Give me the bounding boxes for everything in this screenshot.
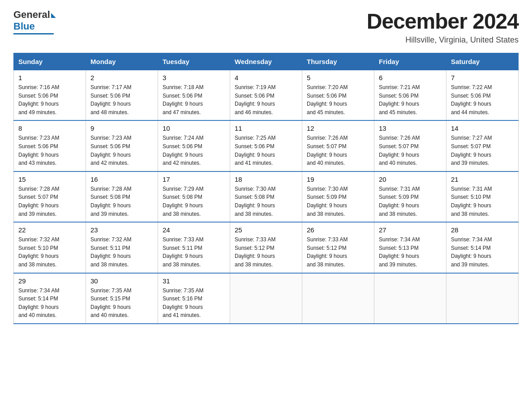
day-number: 8	[18, 124, 81, 132]
day-sun-info: Sunrise: 7:24 AMSunset: 5:06 PMDaylight:…	[163, 134, 225, 167]
calendar-day-cell: 23Sunrise: 7:32 AMSunset: 5:11 PMDayligh…	[86, 222, 158, 273]
calendar-day-cell: 15Sunrise: 7:28 AMSunset: 5:07 PMDayligh…	[14, 171, 86, 222]
calendar-day-cell: 19Sunrise: 7:30 AMSunset: 5:09 PMDayligh…	[302, 171, 374, 222]
day-sun-info: Sunrise: 7:31 AMSunset: 5:09 PMDaylight:…	[379, 185, 442, 218]
page-header: General Blue December 2024 Hillsville, V…	[13, 9, 519, 45]
day-number: 28	[451, 226, 514, 234]
calendar-day-cell: 22Sunrise: 7:32 AMSunset: 5:10 PMDayligh…	[14, 222, 86, 273]
day-of-week-header: Friday	[374, 53, 446, 70]
day-sun-info: Sunrise: 7:23 AMSunset: 5:06 PMDaylight:…	[90, 134, 153, 167]
calendar-day-cell: 16Sunrise: 7:28 AMSunset: 5:08 PMDayligh…	[86, 171, 158, 222]
day-of-week-header: Thursday	[302, 53, 374, 70]
day-of-week-header: Saturday	[446, 53, 519, 70]
day-number: 25	[235, 226, 297, 234]
day-number: 23	[90, 226, 153, 234]
day-number: 12	[307, 124, 369, 132]
calendar-day-cell: 30Sunrise: 7:35 AMSunset: 5:15 PMDayligh…	[86, 273, 158, 324]
calendar-day-cell: 2Sunrise: 7:17 AMSunset: 5:06 PMDaylight…	[86, 70, 158, 121]
logo: General Blue	[13, 9, 56, 34]
calendar-day-cell: 7Sunrise: 7:22 AMSunset: 5:06 PMDaylight…	[446, 70, 519, 121]
day-sun-info: Sunrise: 7:32 AMSunset: 5:10 PMDaylight:…	[18, 235, 81, 269]
day-sun-info: Sunrise: 7:19 AMSunset: 5:06 PMDaylight:…	[235, 83, 297, 116]
day-sun-info: Sunrise: 7:20 AMSunset: 5:06 PMDaylight:…	[307, 83, 369, 116]
day-number: 19	[307, 176, 369, 183]
calendar-day-cell: 1Sunrise: 7:16 AMSunset: 5:06 PMDaylight…	[14, 70, 86, 121]
day-number: 7	[451, 74, 514, 81]
day-sun-info: Sunrise: 7:18 AMSunset: 5:06 PMDaylight:…	[163, 83, 225, 116]
day-sun-info: Sunrise: 7:33 AMSunset: 5:11 PMDaylight:…	[163, 235, 225, 269]
calendar-week-row: 29Sunrise: 7:34 AMSunset: 5:14 PMDayligh…	[14, 273, 519, 324]
day-number: 17	[163, 176, 225, 183]
day-number: 9	[90, 124, 153, 132]
calendar-day-cell	[446, 273, 519, 324]
day-sun-info: Sunrise: 7:30 AMSunset: 5:08 PMDaylight:…	[235, 185, 297, 218]
calendar-day-cell	[230, 273, 302, 324]
day-sun-info: Sunrise: 7:35 AMSunset: 5:16 PMDaylight:…	[163, 287, 225, 320]
day-of-week-header: Wednesday	[230, 53, 302, 70]
day-of-week-header: Monday	[86, 53, 158, 70]
day-sun-info: Sunrise: 7:31 AMSunset: 5:10 PMDaylight:…	[451, 185, 514, 218]
day-number: 5	[307, 74, 369, 81]
day-sun-info: Sunrise: 7:17 AMSunset: 5:06 PMDaylight:…	[90, 83, 153, 116]
day-sun-info: Sunrise: 7:26 AMSunset: 5:07 PMDaylight:…	[379, 134, 442, 167]
day-number: 21	[451, 176, 514, 183]
calendar-day-cell	[374, 273, 446, 324]
day-sun-info: Sunrise: 7:16 AMSunset: 5:06 PMDaylight:…	[18, 83, 81, 116]
calendar-day-cell: 14Sunrise: 7:27 AMSunset: 5:07 PMDayligh…	[446, 120, 519, 171]
calendar-day-cell: 29Sunrise: 7:34 AMSunset: 5:14 PMDayligh…	[14, 273, 86, 324]
calendar-day-cell: 28Sunrise: 7:34 AMSunset: 5:14 PMDayligh…	[446, 222, 519, 273]
day-number: 30	[90, 277, 153, 285]
day-number: 31	[163, 277, 225, 285]
day-sun-info: Sunrise: 7:29 AMSunset: 5:08 PMDaylight:…	[163, 185, 225, 218]
day-number: 4	[235, 74, 297, 81]
calendar-day-cell: 27Sunrise: 7:34 AMSunset: 5:13 PMDayligh…	[374, 222, 446, 273]
calendar-day-cell: 3Sunrise: 7:18 AMSunset: 5:06 PMDaylight…	[158, 70, 230, 121]
day-sun-info: Sunrise: 7:35 AMSunset: 5:15 PMDaylight:…	[90, 287, 153, 320]
day-number: 16	[90, 176, 153, 183]
calendar-day-cell: 24Sunrise: 7:33 AMSunset: 5:11 PMDayligh…	[158, 222, 230, 273]
calendar-day-cell: 5Sunrise: 7:20 AMSunset: 5:06 PMDaylight…	[302, 70, 374, 121]
day-sun-info: Sunrise: 7:22 AMSunset: 5:06 PMDaylight:…	[451, 83, 514, 116]
calendar-week-row: 22Sunrise: 7:32 AMSunset: 5:10 PMDayligh…	[14, 222, 519, 273]
calendar-day-cell: 8Sunrise: 7:23 AMSunset: 5:06 PMDaylight…	[14, 120, 86, 171]
day-sun-info: Sunrise: 7:27 AMSunset: 5:07 PMDaylight:…	[451, 134, 514, 167]
day-sun-info: Sunrise: 7:25 AMSunset: 5:06 PMDaylight:…	[235, 134, 297, 167]
logo-blue-text: Blue	[13, 21, 35, 32]
day-sun-info: Sunrise: 7:32 AMSunset: 5:11 PMDaylight:…	[90, 235, 153, 269]
calendar-day-cell: 17Sunrise: 7:29 AMSunset: 5:08 PMDayligh…	[158, 171, 230, 222]
day-number: 13	[379, 124, 442, 132]
day-sun-info: Sunrise: 7:26 AMSunset: 5:07 PMDaylight:…	[307, 134, 369, 167]
day-sun-info: Sunrise: 7:28 AMSunset: 5:08 PMDaylight:…	[90, 185, 153, 218]
location-subtitle: Hillsville, Virginia, United States	[367, 35, 519, 45]
day-sun-info: Sunrise: 7:34 AMSunset: 5:14 PMDaylight:…	[18, 287, 81, 320]
month-title: December 2024	[367, 9, 519, 34]
day-sun-info: Sunrise: 7:33 AMSunset: 5:12 PMDaylight:…	[235, 235, 297, 269]
day-number: 26	[307, 226, 369, 234]
day-sun-info: Sunrise: 7:34 AMSunset: 5:13 PMDaylight:…	[379, 235, 442, 269]
day-number: 22	[18, 226, 81, 234]
day-number: 20	[379, 176, 442, 183]
calendar-day-cell	[302, 273, 374, 324]
calendar-day-cell: 6Sunrise: 7:21 AMSunset: 5:06 PMDaylight…	[374, 70, 446, 121]
day-of-week-header: Sunday	[14, 53, 86, 70]
calendar-day-cell: 31Sunrise: 7:35 AMSunset: 5:16 PMDayligh…	[158, 273, 230, 324]
calendar-week-row: 15Sunrise: 7:28 AMSunset: 5:07 PMDayligh…	[14, 171, 519, 222]
calendar-day-cell: 9Sunrise: 7:23 AMSunset: 5:06 PMDaylight…	[86, 120, 158, 171]
day-number: 6	[379, 74, 442, 81]
day-number: 14	[451, 124, 514, 132]
calendar-day-cell: 11Sunrise: 7:25 AMSunset: 5:06 PMDayligh…	[230, 120, 302, 171]
day-sun-info: Sunrise: 7:28 AMSunset: 5:07 PMDaylight:…	[18, 185, 81, 218]
day-sun-info: Sunrise: 7:23 AMSunset: 5:06 PMDaylight:…	[18, 134, 81, 167]
day-number: 24	[163, 226, 225, 234]
day-number: 2	[90, 74, 153, 81]
day-sun-info: Sunrise: 7:33 AMSunset: 5:12 PMDaylight:…	[307, 235, 369, 269]
calendar-day-cell: 26Sunrise: 7:33 AMSunset: 5:12 PMDayligh…	[302, 222, 374, 273]
calendar-day-cell: 25Sunrise: 7:33 AMSunset: 5:12 PMDayligh…	[230, 222, 302, 273]
day-number: 11	[235, 124, 297, 132]
logo-general-text: General	[13, 9, 50, 21]
day-sun-info: Sunrise: 7:34 AMSunset: 5:14 PMDaylight:…	[451, 235, 514, 269]
day-number: 18	[235, 176, 297, 183]
calendar-week-row: 8Sunrise: 7:23 AMSunset: 5:06 PMDaylight…	[14, 120, 519, 171]
logo-underline	[13, 33, 54, 34]
day-sun-info: Sunrise: 7:21 AMSunset: 5:06 PMDaylight:…	[379, 83, 442, 116]
